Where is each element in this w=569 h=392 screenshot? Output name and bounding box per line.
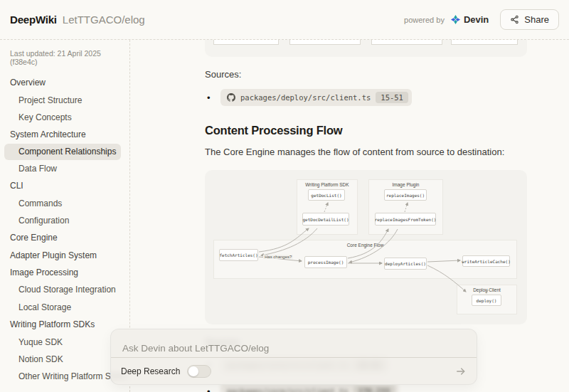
sidebar-item-local-storage[interactable]: Local Storage <box>0 299 129 316</box>
devin-logo-icon <box>450 14 461 25</box>
node-getdocdetaillist: getDocDetailList() <box>302 213 349 226</box>
source-path: packages/core/src/client.ts <box>227 387 349 392</box>
github-icon <box>227 93 235 102</box>
sidebar-item-core-engine[interactable]: Core Engine <box>0 229 129 246</box>
sidebar-item-adapter-plugin-system[interactable]: Adapter Plugin System <box>0 247 129 264</box>
sidebar-item-image-processing[interactable]: Image Processing <box>0 264 129 281</box>
node-deployarticles: deployArticles() <box>384 258 427 270</box>
diagram-node-partial <box>451 40 518 45</box>
source-path: packages/deploy/src/client.ts <box>240 93 371 102</box>
toggle-knob <box>188 366 198 376</box>
brand-logo[interactable]: DeepWiki <box>10 14 57 26</box>
ask-devin-panel: Deep Research <box>110 329 477 385</box>
sidebar-item-data-flow[interactable]: Data Flow <box>0 160 129 177</box>
list-bullet: • <box>205 92 220 103</box>
sidebar-item-system-architecture[interactable]: System Architecture <box>0 126 129 143</box>
sidebar-item-writing-platform-sdks[interactable]: Writing Platform SDKs <box>0 316 129 333</box>
node-processimage: processImage() <box>304 256 347 268</box>
page-section-title: Content Processing Flow <box>205 124 527 137</box>
powered-by-label: powered by <box>404 16 445 24</box>
sidebar-item-cloud-storage-integration[interactable]: Cloud Storage Integration <box>0 281 129 298</box>
list-bullet: • <box>205 386 220 392</box>
edge-label-has-changes: Has changes? <box>263 255 293 259</box>
flow-diagram: Writing Platform SDK Image Plugin Core E… <box>205 170 527 324</box>
node-fetcharticles: fetchArticles() <box>219 249 258 261</box>
ask-devin-toolbar: Deep Research <box>111 357 477 384</box>
submit-button[interactable] <box>455 366 467 377</box>
repo-title[interactable]: LetTTGACO/elog <box>63 14 145 26</box>
share-button[interactable]: Share <box>500 9 559 30</box>
sidebar-item-overview[interactable]: Overview <box>0 74 129 91</box>
source-line-range: 170-233 <box>353 386 395 392</box>
share-label: Share <box>524 14 549 25</box>
deep-research-label: Deep Research <box>121 366 180 376</box>
share-icon <box>510 15 519 24</box>
source-link[interactable]: packages/deploy/src/client.ts 15-51 <box>220 89 412 106</box>
source-line-range: 15-51 <box>376 92 408 103</box>
node-replaceimagesfromtoken: replaceImagesFromToken() <box>375 213 436 226</box>
last-updated-text: Last updated: 21 April 2025 (f38e4c) <box>0 49 129 66</box>
sidebar-item-commands[interactable]: Commands <box>0 194 129 211</box>
section-paragraph: The Core Engine manages the flow of cont… <box>205 147 527 157</box>
node-replaceimages: replaceImages() <box>384 189 427 201</box>
previous-diagram-partial <box>205 40 527 57</box>
sidebar-item-configuration[interactable]: Configuration <box>0 212 129 229</box>
sidebar-item-cli[interactable]: CLI <box>0 177 129 194</box>
diagram-node-partial <box>213 40 279 45</box>
diagram-node-partial <box>289 40 361 45</box>
source-item: • packages/deploy/src/client.ts 15-51 <box>205 89 527 106</box>
sidebar-item-project-structure[interactable]: Project Structure <box>0 91 129 108</box>
sidebar-item-component-relationships[interactable]: Component Relationships <box>4 144 121 160</box>
node-writearticlecache: writeArticleCache() <box>462 255 510 267</box>
app-header: DeepWiki LetTTGACO/elog powered by Devin <box>0 0 569 40</box>
arrow-right-icon <box>455 366 467 377</box>
sidebar-item-key-concepts[interactable]: Key Concepts <box>0 109 129 126</box>
header-actions: powered by Devin Share <box>404 9 559 30</box>
node-getdoclist: getDocList() <box>308 189 345 201</box>
ask-devin-input[interactable] <box>111 329 477 357</box>
diagram-node-partial <box>371 40 442 45</box>
deep-research-toggle[interactable] <box>187 365 211 378</box>
sources-heading: Sources: <box>205 69 527 80</box>
node-deploy: deploy() <box>472 295 501 306</box>
devin-link[interactable]: Devin <box>450 14 489 25</box>
devin-label: Devin <box>464 14 489 25</box>
